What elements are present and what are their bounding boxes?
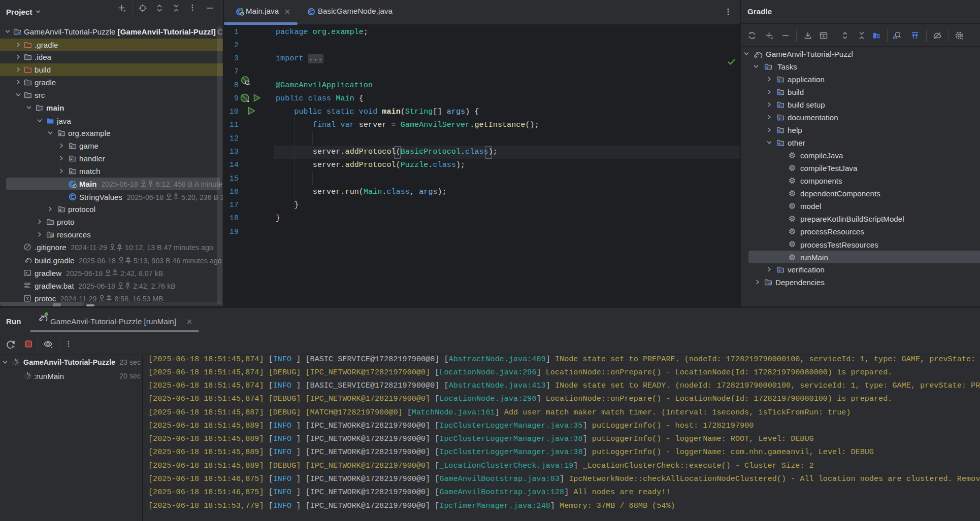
svg-text:?: ? bbox=[26, 296, 29, 301]
